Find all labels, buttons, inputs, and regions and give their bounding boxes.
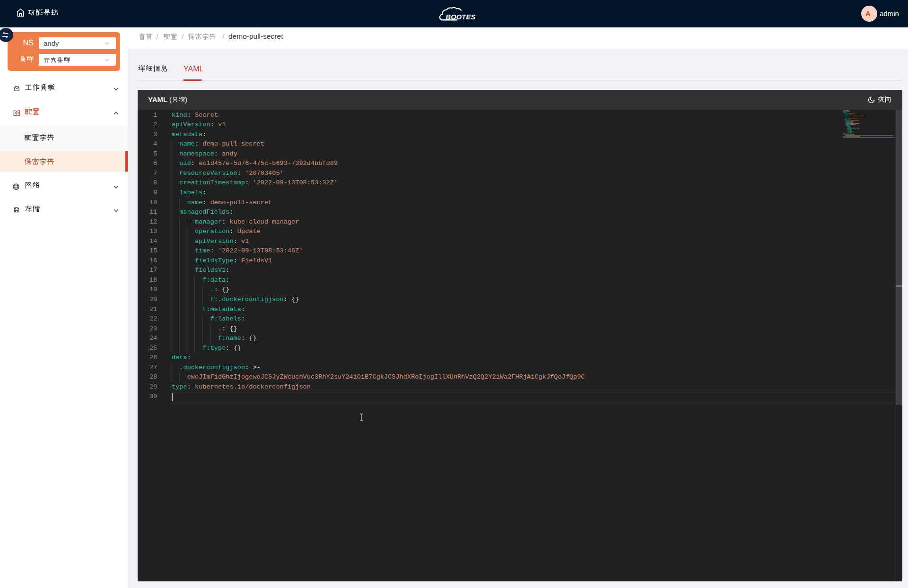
svg-text:BOOTES: BOOTES xyxy=(446,13,476,21)
